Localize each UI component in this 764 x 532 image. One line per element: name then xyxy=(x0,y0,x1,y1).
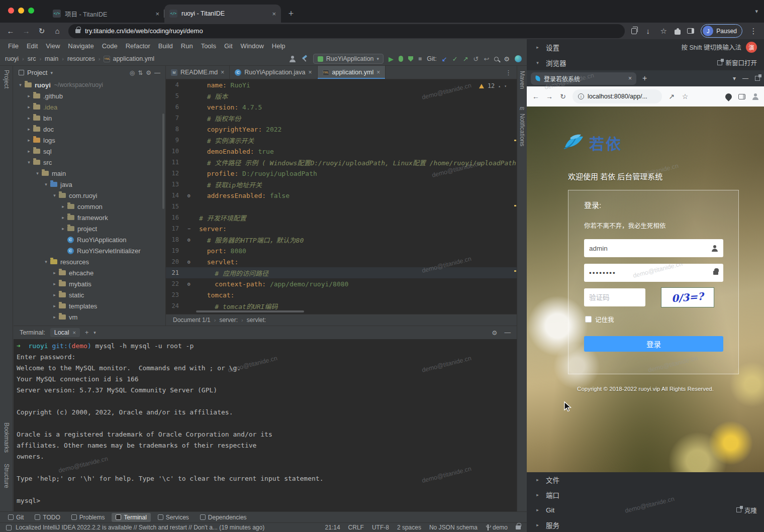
settings-gear-icon[interactable]: ⚙ xyxy=(504,55,510,63)
download-icon[interactable]: ↓ xyxy=(643,27,652,35)
stripe-maven[interactable]: Maven xyxy=(519,71,526,89)
breadcrumb-item[interactable]: resources xyxy=(67,55,95,62)
panel-section-browser[interactable]: ▾ 浏览器 新窗口打开 xyxy=(527,55,764,70)
chevron-right-icon[interactable]: ▸ xyxy=(25,93,33,98)
editor-crumb[interactable]: Document 1/1 xyxy=(173,316,211,324)
code-line[interactable]: 18⚙ # 服务器的HTTP端口，默认为80 xyxy=(166,234,517,245)
chevron-down-icon[interactable]: ▾ xyxy=(51,193,58,198)
tree-item-project[interactable]: ▸project xyxy=(14,223,165,234)
gear-gutter-icon[interactable]: ⚙ xyxy=(179,193,199,198)
chevron-down-icon[interactable]: ▾ xyxy=(50,70,53,75)
menu-dots-icon[interactable]: ⋮ xyxy=(749,27,758,36)
code-line[interactable]: 4 name: RuoYi xyxy=(166,79,517,90)
history-icon[interactable]: ↺ xyxy=(473,55,479,63)
tree-item-mybatis[interactable]: ▸mybatis xyxy=(14,278,165,289)
menu-refactor[interactable]: Refactor xyxy=(122,41,154,51)
maximize-window-button[interactable] xyxy=(28,8,34,14)
menu-build[interactable]: Build xyxy=(154,41,177,51)
editor-tab-readme[interactable]: M README.md × xyxy=(166,66,230,79)
minimize-window-button[interactable] xyxy=(18,8,24,14)
chevron-right-icon[interactable]: ▸ xyxy=(25,138,33,143)
breadcrumb-item[interactable]: YMLapplication.yml xyxy=(104,55,154,62)
chevron-right-icon[interactable]: ▸ xyxy=(51,314,58,320)
close-tab-icon[interactable]: × xyxy=(308,69,312,76)
chevron-down-icon[interactable]: ▾ xyxy=(25,160,33,165)
back-icon[interactable]: ← xyxy=(6,27,15,35)
tab-project[interactable]: </> 项目 - TitanIDE × xyxy=(48,5,164,23)
code-line[interactable]: 11 # 文件路径 示例 ( Windows配置D:/ruoyi/uploadP… xyxy=(166,157,517,168)
toolwindow-todo[interactable]: TODO xyxy=(31,513,64,522)
new-tab-button[interactable]: + xyxy=(284,7,298,21)
menu-help[interactable]: Help xyxy=(268,41,290,51)
reload-icon[interactable]: ↻ xyxy=(37,27,46,36)
chevron-down-icon[interactable]: ▾ xyxy=(34,171,41,176)
code-line[interactable]: 20⚙ servlet: xyxy=(166,256,517,267)
breadcrumb-item[interactable]: main xyxy=(45,55,58,62)
back-icon[interactable]: ← xyxy=(532,92,540,100)
stop-button[interactable]: ■ xyxy=(418,55,422,62)
minimize-icon[interactable]: — xyxy=(742,75,748,82)
code-line[interactable]: 9 # 实例演示开关 xyxy=(166,135,517,146)
menu-git[interactable]: Git xyxy=(220,41,237,51)
address-bar[interactable]: try.titanide.cn/ide/web/coding/ruoyi/dem… xyxy=(68,24,625,38)
side-panel-icon[interactable] xyxy=(738,94,745,99)
gear-gutter-icon[interactable]: ⚙ xyxy=(179,259,199,265)
menu-navigate[interactable]: Navigate xyxy=(64,41,98,51)
gear-gutter-icon[interactable]: ⚙ xyxy=(179,237,199,243)
status-no-json-schema[interactable]: No JSON schema xyxy=(429,524,478,531)
chevron-right-icon[interactable]: ▸ xyxy=(51,281,58,286)
toolwindow-problems[interactable]: Problems xyxy=(67,513,109,522)
gear-gutter-icon[interactable]: ⚙ xyxy=(179,281,199,287)
bookmark-star-icon[interactable]: ☆ xyxy=(681,92,689,100)
menu-code[interactable]: Code xyxy=(98,41,122,51)
new-terminal-icon[interactable]: + xyxy=(85,329,88,336)
forward-icon[interactable]: → xyxy=(22,27,31,35)
tree-item-static[interactable]: ▸static xyxy=(14,289,165,300)
locate-file-icon[interactable]: ◎ xyxy=(130,69,135,76)
close-tab-icon[interactable]: × xyxy=(376,69,380,76)
username-input[interactable] xyxy=(589,245,708,252)
code-line[interactable]: 13 # 获取ip地址开关 xyxy=(166,179,517,190)
chevron-right-icon[interactable]: ▸ xyxy=(51,292,58,297)
code-line[interactable]: 23 tomcat: xyxy=(166,289,517,300)
reload-icon[interactable]: ↻ xyxy=(559,92,567,100)
git-update-icon[interactable]: ↙ xyxy=(442,55,447,63)
clone-button[interactable]: 克隆 xyxy=(736,505,757,515)
tree-item-logs[interactable]: ▸logs xyxy=(14,135,165,146)
tree-item-github[interactable]: ▸.github xyxy=(14,90,165,101)
user-icon[interactable] xyxy=(289,56,296,62)
rollback-icon[interactable]: ↩ xyxy=(484,55,489,63)
editor-crumb[interactable]: server: xyxy=(219,316,238,324)
chevron-right-icon[interactable]: ▸ xyxy=(59,204,67,209)
chevron-down-icon[interactable]: ▾ xyxy=(93,330,96,335)
menu-run[interactable]: Run xyxy=(177,41,197,51)
inspection-widget[interactable]: 12 ▴ ▾ xyxy=(477,82,509,90)
run-configuration-select[interactable]: RuoYiApplication ▾ xyxy=(313,54,384,64)
close-terminal-icon[interactable]: × xyxy=(73,330,76,336)
panel-section-文件[interactable]: ▸文件 xyxy=(527,472,764,487)
debug-button[interactable] xyxy=(399,56,403,62)
panel-section-服务[interactable]: ▸服务 xyxy=(527,517,764,532)
captcha-image[interactable]: 0/3=? xyxy=(661,287,714,307)
profile-chip[interactable]: J Paused xyxy=(701,24,742,38)
code-line[interactable]: 17−server: xyxy=(166,223,517,234)
hide-panel-icon[interactable]: — xyxy=(154,69,160,76)
tree-item-framework[interactable]: ▸framework xyxy=(14,212,165,223)
expand-collapse-icon[interactable]: ⇅ xyxy=(138,69,143,76)
tree-item-vm[interactable]: ▸vm xyxy=(14,311,165,323)
tree-scrollbar[interactable] xyxy=(162,114,164,209)
git-push-icon[interactable]: ↗ xyxy=(463,55,468,63)
close-window-button[interactable] xyxy=(8,8,14,14)
editor-crumb[interactable]: servlet: xyxy=(247,316,266,324)
ime-badge[interactable]: 演 xyxy=(746,42,757,53)
editor-tab-application-yml[interactable]: YML application.yml × xyxy=(318,66,386,79)
breadcrumb-item[interactable]: ruoyi xyxy=(5,55,19,62)
menu-window[interactable]: Window xyxy=(237,41,268,51)
code-editor[interactable]: 4 name: RuoYi5 # 版本6 version: 4.7.57 # 版… xyxy=(166,79,517,314)
side-panel-icon[interactable] xyxy=(687,28,694,34)
code-line[interactable]: 24 # tomcat的URI编码 xyxy=(166,300,517,311)
toolwindow-services[interactable]: Services xyxy=(154,513,193,522)
tree-item-java[interactable]: ▾java xyxy=(14,179,165,190)
code-line[interactable]: 7 # 版权年份 xyxy=(166,113,517,124)
tree-item-templates[interactable]: ▸templates xyxy=(14,300,165,311)
